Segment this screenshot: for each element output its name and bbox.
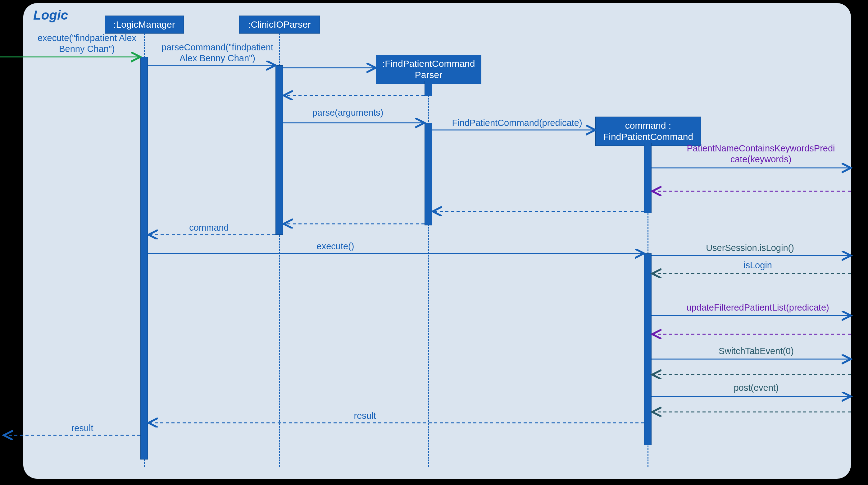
participant-find-patient-command: command :FindPatientCommand [595,117,701,146]
msg-execute-call: execute() [304,241,367,252]
msg-update-filtered-patient-list: updateFilteredPatientList(predicate) [672,302,843,313]
activation-fpc-2 [644,253,652,445]
frame-label: Logic [33,8,68,23]
msg-parse-command: parseCommand("findpatientAlex Benny Chan… [152,42,283,64]
msg-find-patient-command-predicate: FindPatientCommand(predicate) [439,117,595,129]
msg-post-event: post(event) [717,382,795,393]
activation-fpcp-1 [425,81,432,96]
activation-fpcp-2 [425,123,432,225]
participant-find-patient-command-parser: :FindPatientCommandParser [376,55,482,84]
activation-clinicio-parser [275,65,283,235]
participant-label: :ClinicIOParser [248,19,311,30]
msg-patient-name-contains-keywords: PatientNameContainsKeywordsPredicate(key… [674,143,848,165]
msg-result-mid: result [342,410,388,421]
msg-user-session-is-login: UserSession.isLogin() [672,242,828,253]
msg-parse-arguments: parse(arguments) [298,107,398,118]
activation-fpc-1 [644,143,652,213]
msg-result-final: result [59,423,105,434]
activation-logic-manager [141,57,148,459]
msg-switch-tab-event: SwitchTabEvent(0) [702,346,810,356]
participant-clinicio-parser: :ClinicIOParser [239,16,320,34]
participant-label: :LogicManager [113,19,175,30]
msg-is-login-return: isLogin [727,260,789,271]
participant-logic-manager: :LogicManager [105,16,184,34]
msg-command-return: command [178,222,240,233]
msg-execute-findpatient: execute("findpatient AlexBenny Chan") [30,33,145,54]
